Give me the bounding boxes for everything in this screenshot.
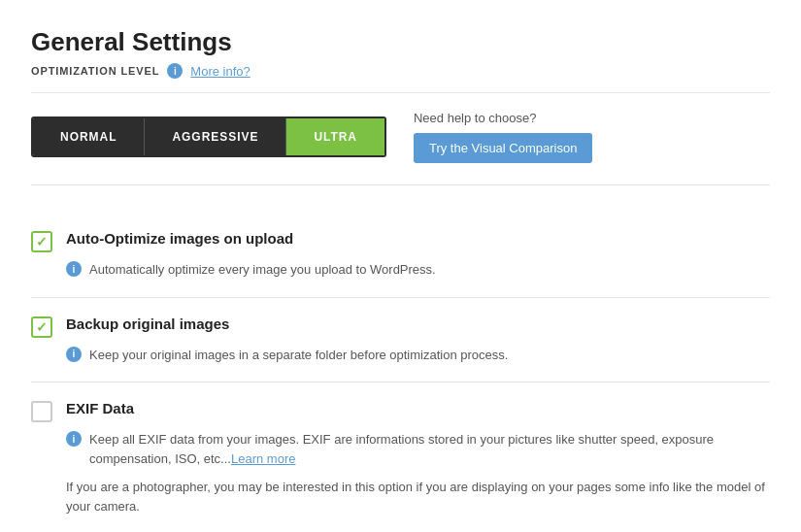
ultra-button[interactable]: ULTRA [286,118,384,155]
visual-comparison-button[interactable]: Try the Visual Comparison [414,133,592,163]
exif-data-description: Keep all EXIF data from your images. EXI… [89,430,770,468]
exif-data-setting: EXIF Data i Keep all EXIF data from your… [31,382,770,532]
exif-data-extra-description: If you are a photographer, you may be in… [66,478,770,515]
page-title: General Settings [31,27,770,57]
exif-data-checkbox[interactable] [31,401,52,422]
aggressive-button[interactable]: AGGRESSIVE [144,118,286,155]
backup-original-title: Backup original images [66,316,229,332]
backup-original-checkmark: ✓ [36,320,48,334]
auto-optimize-description: Automatically optimize every image you u… [89,260,436,280]
optimization-info-icon[interactable]: i [167,63,183,79]
optimization-level-label: OPTIMIZATION LEVEL [31,65,159,77]
backup-original-setting: ✓ Backup original images i Keep your ori… [31,298,770,383]
exif-data-header: EXIF Data [31,400,770,422]
auto-optimize-setting: ✓ Auto-Optimize images on upload i Autom… [31,213,770,298]
optimization-buttons: NORMAL AGGRESSIVE ULTRA [31,116,386,157]
backup-original-desc-row: i Keep your original images in a separat… [66,346,770,365]
auto-optimize-checkmark: ✓ [36,235,48,249]
more-info-link[interactable]: More info? [190,64,250,79]
help-text: Need help to choose? [414,111,592,125]
optimization-level-row: OPTIMIZATION LEVEL i More info? [31,63,770,93]
exif-data-info-icon[interactable]: i [66,431,82,447]
exif-data-desc-row: i Keep all EXIF data from your images. E… [66,430,770,468]
auto-optimize-header: ✓ Auto-Optimize images on upload [31,230,770,252]
backup-original-description: Keep your original images in a separate … [89,346,508,365]
help-section: Need help to choose? Try the Visual Comp… [414,111,592,163]
backup-original-info-icon[interactable]: i [66,347,82,362]
learn-more-link[interactable]: Learn more [231,451,295,466]
backup-original-checkbox[interactable]: ✓ [31,316,52,338]
auto-optimize-info-icon[interactable]: i [66,261,82,277]
auto-optimize-desc-row: i Automatically optimize every image you… [66,260,770,280]
optimization-section: NORMAL AGGRESSIVE ULTRA Need help to cho… [31,111,770,185]
backup-original-header: ✓ Backup original images [31,316,770,338]
auto-optimize-checkbox[interactable]: ✓ [31,231,52,252]
exif-data-title: EXIF Data [66,400,134,416]
normal-button[interactable]: NORMAL [33,118,144,155]
auto-optimize-title: Auto-Optimize images on upload [66,230,293,247]
